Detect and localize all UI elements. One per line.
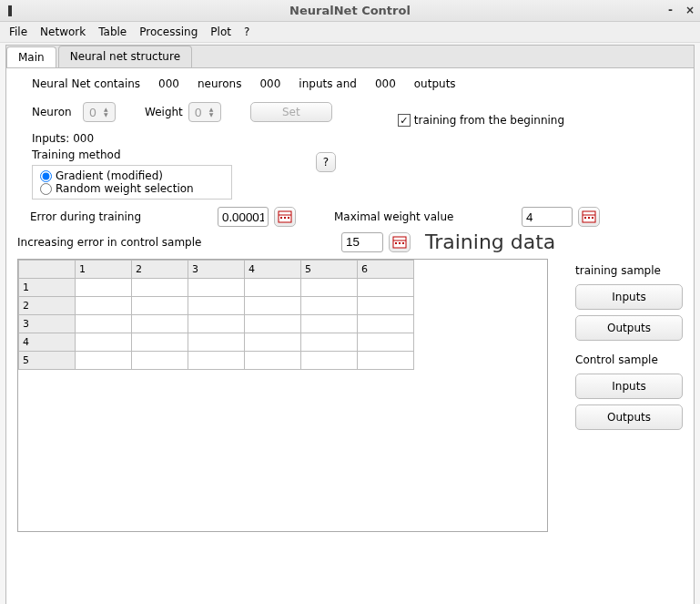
summary-neurons-label: neurons — [198, 77, 241, 90]
side-panel: training sample Inputs Outputs Control s… — [575, 261, 683, 430]
radio-gradient-input[interactable] — [40, 170, 52, 182]
svg-rect-4 — [288, 217, 289, 219]
increasing-error-input[interactable] — [341, 232, 383, 252]
cell[interactable] — [245, 279, 301, 297]
set-button[interactable]: Set — [250, 102, 332, 122]
row-header[interactable]: 1 — [19, 279, 76, 297]
menu-table[interactable]: Table — [98, 26, 127, 38]
svg-rect-12 — [395, 242, 397, 244]
cell[interactable] — [245, 352, 301, 370]
cell[interactable] — [358, 279, 414, 297]
control-sample-label: Control sample — [575, 353, 683, 366]
cell[interactable] — [76, 279, 132, 297]
cell[interactable] — [76, 315, 132, 333]
corner-cell — [19, 261, 76, 279]
max-weight-input[interactable] — [522, 207, 573, 227]
data-grid[interactable]: 1 2 3 4 5 6 1 2 3 4 5 — [17, 259, 548, 532]
increasing-error-label: Increasing error in control sample — [17, 236, 336, 249]
cell[interactable] — [301, 315, 358, 333]
menu-processing[interactable]: Processing — [139, 26, 198, 38]
max-weight-picker-button[interactable] — [578, 207, 600, 227]
check-icon: ✓ — [398, 114, 411, 127]
cell[interactable] — [245, 297, 301, 315]
cell[interactable] — [188, 279, 245, 297]
menubar: File Network Table Processing Plot ? — [0, 22, 700, 43]
radio-gradient[interactable]: Gradient (modified) — [40, 169, 224, 182]
cell[interactable] — [358, 315, 414, 333]
training-data-title: Training data — [425, 230, 555, 253]
radio-random-label: Random weight selection — [56, 182, 194, 195]
cell[interactable] — [301, 279, 358, 297]
row-header[interactable]: 3 — [19, 315, 76, 333]
training-outputs-button[interactable]: Outputs — [575, 315, 683, 341]
cell[interactable] — [76, 333, 132, 352]
svg-rect-13 — [399, 242, 401, 244]
summary-outputs-count: 000 — [375, 77, 396, 90]
summary-neurons-count: 000 — [158, 77, 179, 90]
menu-file[interactable]: File — [9, 26, 27, 38]
cell[interactable] — [358, 297, 414, 315]
cell[interactable] — [132, 333, 188, 352]
summary-inputs-label: inputs and — [299, 77, 357, 90]
radio-random[interactable]: Random weight selection — [40, 182, 224, 195]
increasing-error-picker-button[interactable] — [389, 232, 411, 252]
main-panel: Neural Net contains 000 neurons 000 inpu… — [5, 67, 695, 604]
cell[interactable] — [188, 352, 245, 370]
error-training-picker-button[interactable] — [274, 207, 296, 227]
col-header[interactable]: 6 — [358, 261, 414, 279]
error-training-input[interactable] — [218, 207, 269, 227]
data-table[interactable]: 1 2 3 4 5 6 1 2 3 4 5 — [18, 260, 414, 370]
menu-help[interactable]: ? — [244, 26, 249, 38]
row-header[interactable]: 5 — [19, 352, 76, 370]
cell[interactable] — [76, 352, 132, 370]
cell[interactable] — [245, 315, 301, 333]
close-button[interactable]: × — [685, 4, 695, 16]
cell[interactable] — [301, 333, 358, 352]
minimize-button[interactable]: - — [668, 4, 673, 16]
error-training-label: Error during training — [30, 210, 212, 223]
tab-structure[interactable]: Neural net structure — [58, 46, 192, 67]
neuron-label: Neuron — [32, 106, 77, 118]
summary-outputs-label: outputs — [414, 77, 456, 90]
col-header[interactable]: 1 — [76, 261, 132, 279]
training-method-label: Training method — [32, 148, 232, 161]
cell[interactable] — [132, 297, 188, 315]
training-method-help-button[interactable]: ? — [316, 152, 336, 172]
cell[interactable] — [358, 352, 414, 370]
tab-main[interactable]: Main — [6, 46, 56, 68]
col-header[interactable]: 3 — [188, 261, 245, 279]
col-header[interactable]: 2 — [132, 261, 188, 279]
cell[interactable] — [188, 297, 245, 315]
weight-spinner[interactable]: ▲▼ — [188, 102, 221, 122]
radio-random-input[interactable] — [40, 183, 52, 195]
cell[interactable] — [245, 333, 301, 352]
cell[interactable] — [358, 333, 414, 352]
neuron-input[interactable] — [84, 103, 102, 121]
training-method-group: Gradient (modified) Random weight select… — [32, 165, 232, 200]
training-checkbox[interactable]: ✓ training from the beginning — [398, 114, 564, 127]
cell[interactable] — [132, 352, 188, 370]
cell[interactable] — [132, 315, 188, 333]
training-sample-label: training sample — [575, 264, 683, 277]
cell[interactable] — [188, 315, 245, 333]
cell[interactable] — [301, 352, 358, 370]
svg-rect-2 — [280, 217, 282, 219]
summary-prefix: Neural Net contains — [32, 77, 140, 90]
control-outputs-button[interactable]: Outputs — [575, 404, 683, 430]
neuron-spinner[interactable]: ▲▼ — [83, 102, 116, 122]
menu-network[interactable]: Network — [40, 26, 86, 38]
menu-plot[interactable]: Plot — [210, 26, 231, 38]
weight-input[interactable] — [189, 103, 208, 121]
svg-rect-7 — [584, 217, 586, 219]
cell[interactable] — [132, 279, 188, 297]
row-header[interactable]: 4 — [19, 333, 76, 352]
col-header[interactable]: 4 — [245, 261, 301, 279]
col-header[interactable]: 5 — [301, 261, 358, 279]
row-header[interactable]: 2 — [19, 297, 76, 315]
cell[interactable] — [301, 297, 358, 315]
cell[interactable] — [76, 297, 132, 315]
control-inputs-button[interactable]: Inputs — [575, 374, 683, 399]
cell[interactable] — [188, 333, 245, 352]
summary-inputs-count: 000 — [259, 77, 280, 90]
training-inputs-button[interactable]: Inputs — [575, 284, 683, 310]
